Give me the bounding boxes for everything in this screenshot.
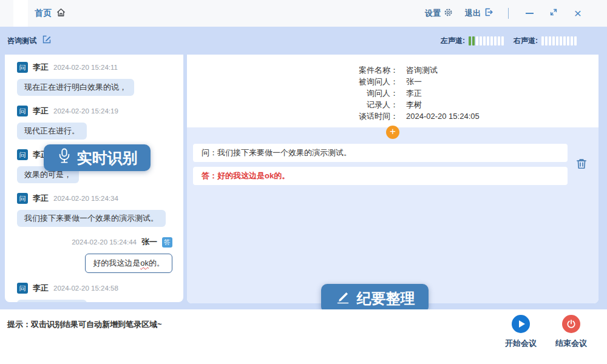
- answer-text: 的。: [149, 258, 164, 268]
- minimize-icon: [526, 13, 534, 14]
- message-header: 问 李正 2024-02-20 15:24:58: [17, 283, 176, 294]
- left-channel-label: 左声道:: [441, 36, 465, 46]
- question-badge: 问: [17, 62, 28, 73]
- summary-label: 纪要整理: [357, 289, 415, 308]
- realtime-label: 实时识别: [77, 148, 138, 168]
- close-icon: ×: [574, 7, 582, 19]
- message-header: 问 李正 2024-02-20 15:24:19: [17, 106, 176, 116]
- answer-bubble[interactable]: 好的我这边是ok的。: [85, 254, 172, 273]
- field-value: 咨询测试: [406, 65, 438, 76]
- gear-icon: [444, 8, 453, 19]
- question-badge: 问: [17, 193, 28, 204]
- message-bubble[interactable]: 现代正在进行。: [17, 123, 87, 140]
- field-value: 李树: [406, 99, 422, 110]
- transcript-panel: 问 李正 2024-02-20 15:24:11 现在正在进行明白效果的说， 问…: [5, 55, 183, 302]
- home-button[interactable]: 首页: [35, 0, 66, 27]
- speaker-name: 李正: [33, 106, 49, 116]
- add-entry-button[interactable]: +: [386, 126, 399, 139]
- audio-channels: 左声道: 右声道:: [441, 27, 577, 55]
- right-channel-label: 右声道:: [514, 36, 538, 46]
- exit-label: 退出: [465, 8, 481, 19]
- speaker-name: 李正: [33, 283, 49, 294]
- left-channel: 左声道:: [441, 36, 504, 46]
- form-row: 询问人： 李正: [341, 87, 599, 99]
- form-row: 谈话时间： 2024-02-20 15:24:05: [341, 110, 599, 122]
- answer-text-marked: ok: [140, 258, 149, 268]
- session-group: 咨询测试: [7, 27, 52, 55]
- qa-answer-box[interactable]: 答：好的我这边是ok的。: [193, 167, 568, 185]
- microphone-icon: [57, 147, 72, 169]
- edit-session-icon[interactable]: [42, 35, 52, 47]
- maximize-icon: [549, 8, 558, 19]
- trash-icon: [575, 161, 588, 172]
- question-badge: 问: [17, 149, 28, 160]
- field-value: 2024-02-20 15:24:05: [406, 112, 480, 121]
- field-label: 案件名称：: [341, 65, 398, 76]
- field-label: 记录人：: [341, 99, 398, 110]
- message-header: 问 李正 2024-02-20 15:24:34: [17, 193, 176, 204]
- delete-entry-button[interactable]: [575, 158, 589, 171]
- field-label: 询问人：: [341, 88, 398, 99]
- title-bar: 首页 设置 退出: [0, 0, 607, 27]
- window-controls-divider: [508, 8, 509, 19]
- play-icon: [512, 315, 530, 333]
- summary-button[interactable]: 纪要整理: [321, 284, 429, 312]
- message-time: 2024-02-20 15:24:44: [72, 238, 137, 246]
- record-panel: 案件名称： 咨询测试 被询问人： 张一 询问人： 李正 记录人： 李树: [187, 55, 599, 303]
- message-time: 2024-02-20 15:24:11: [53, 64, 118, 71]
- message-header: 问 李正 2024-02-20 15:24:11: [17, 62, 176, 73]
- logout-icon: [484, 7, 493, 19]
- session-title: 咨询测试: [7, 36, 36, 46]
- speaker-name: 李正: [33, 62, 49, 73]
- speaker-name: 李正: [33, 193, 49, 204]
- qa-question-box[interactable]: 问：我们接下来要做一个效果的演示测试。: [193, 144, 568, 162]
- answer-header: 2024-02-20 15:24:44 张一 答: [17, 237, 176, 248]
- field-value: 李正: [406, 88, 422, 99]
- question-badge: 问: [17, 106, 28, 116]
- case-info-rows: 案件名称： 咨询测试 被询问人： 张一 询问人： 李正 记录人： 李树: [341, 64, 599, 122]
- speaker-name: 张一: [141, 237, 157, 248]
- right-channel-meter: [541, 36, 577, 46]
- field-label: 被询问人：: [341, 76, 398, 87]
- question-badge: 问: [17, 283, 28, 294]
- start-meeting-label: 开始会议: [505, 338, 537, 349]
- message-bubble[interactable]: 现在正在进行明白效果的说，: [17, 79, 134, 96]
- form-row: 记录人： 李树: [341, 99, 599, 110]
- topbar-controls: 设置 退出 ×: [425, 0, 584, 27]
- end-meeting-label: 结束会议: [555, 338, 587, 349]
- maximize-button[interactable]: [548, 6, 560, 21]
- settings-label: 设置: [425, 8, 441, 19]
- message-time: 2024-02-20 15:24:34: [53, 195, 118, 202]
- pencil-icon: [335, 289, 351, 308]
- start-meeting-button[interactable]: 开始会议: [502, 315, 540, 349]
- answer-text: 好的我这边是: [93, 258, 140, 268]
- right-channel: 右声道:: [514, 36, 577, 46]
- realtime-recognition-button[interactable]: 实时识别: [44, 144, 151, 171]
- answer-bubble-row: 好的我这边是ok的。: [17, 248, 176, 273]
- left-channel-meter: [469, 36, 504, 46]
- app-window: 首页 设置 退出: [0, 0, 607, 364]
- power-icon: [562, 315, 580, 333]
- end-meeting-button[interactable]: 结束会议: [552, 315, 590, 349]
- answer-badge: 答: [162, 237, 172, 248]
- field-label: 谈话时间：: [341, 111, 398, 122]
- session-toolbar: 咨询测试 左声道: 右声道:: [0, 27, 607, 55]
- message-time: 2024-02-20 15:24:19: [53, 107, 118, 115]
- home-label: 首页: [35, 8, 52, 19]
- topbar-strip: [13, 0, 28, 27]
- footer: 提示：双击识别结果可自动新增到笔录区域~ 开始会议 结束会议: [0, 309, 607, 364]
- field-value: 张一: [406, 76, 422, 87]
- form-row: 案件名称： 咨询测试: [341, 64, 599, 76]
- tip-text: 提示：双击识别结果可自动新增到笔录区域~: [7, 319, 162, 330]
- home-icon: [56, 7, 66, 20]
- close-button[interactable]: ×: [572, 6, 584, 21]
- form-row: 被询问人： 张一: [341, 76, 599, 87]
- message-bubble[interactable]: 我们接下来要做一个效果的演示测试。: [17, 210, 166, 227]
- minimize-button[interactable]: [523, 6, 535, 21]
- message-bubble[interactable]: 然后我们现在。: [17, 300, 87, 302]
- exit-button[interactable]: 退出: [465, 7, 493, 19]
- case-info-form: 案件名称： 咨询测试 被询问人： 张一 询问人： 李正 记录人： 李树: [187, 55, 599, 127]
- message-time: 2024-02-20 15:24:58: [53, 285, 118, 292]
- qa-section: 问：我们接下来要做一个效果的演示测试。 答：好的我这边是ok的。 纪要整理: [187, 127, 599, 303]
- settings-button[interactable]: 设置: [425, 8, 453, 19]
